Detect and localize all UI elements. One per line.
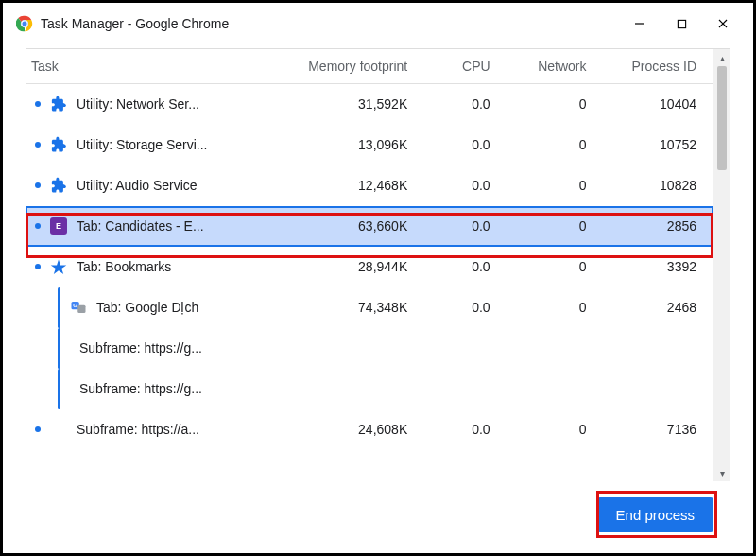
- task-cell: GTab: Google Dịch: [26, 287, 287, 328]
- star-icon: [50, 258, 67, 275]
- puzzle-icon: [50, 177, 67, 194]
- scrollbar-track[interactable]: [713, 66, 730, 464]
- task-label: Tab: Candidates - E...: [77, 218, 204, 234]
- svg-rect-5: [678, 20, 685, 27]
- col-header-memory[interactable]: Memory footprint: [287, 49, 425, 84]
- cell-memory: 24,608K: [287, 409, 425, 450]
- cell-network: 0: [507, 409, 604, 450]
- task-label: Subframe: https://g...: [79, 340, 202, 356]
- task-cell: Utility: Storage Servi...: [26, 125, 287, 165]
- row-bullet-icon: [35, 101, 41, 107]
- cell-memory: 74,348K: [287, 287, 425, 328]
- table-row[interactable]: Utility: Storage Servi...13,096K0.001075…: [26, 125, 713, 165]
- task-cell: ETab: Candidates - E...: [26, 206, 287, 247]
- task-cell: Utility: Network Ser...: [26, 84, 287, 125]
- cell-memory: 28,944K: [287, 247, 425, 287]
- scroll-up-arrow-icon[interactable]: ▴: [713, 49, 730, 66]
- task-label: Utility: Storage Servi...: [77, 137, 208, 152]
- vertical-scrollbar[interactable]: ▴ ▾: [713, 49, 730, 481]
- maximize-button[interactable]: [661, 10, 702, 37]
- row-bullet-icon: [35, 223, 41, 229]
- task-label: Subframe: https://a...: [77, 422, 199, 437]
- scroll-down-arrow-icon[interactable]: ▾: [713, 464, 730, 481]
- chrome-icon: [16, 15, 33, 32]
- cell-memory: 12,468K: [287, 165, 425, 206]
- cell-network: [507, 328, 604, 369]
- task-cell: Subframe: https://g...: [26, 369, 287, 409]
- table-row[interactable]: ETab: Candidates - E...63,660K0.002856: [26, 206, 713, 247]
- cell-cpu: [424, 328, 507, 369]
- svg-text:G: G: [73, 303, 77, 308]
- cell-network: 0: [507, 165, 604, 206]
- cell-cpu: 0.0: [424, 84, 507, 125]
- table-row[interactable]: Subframe: https://g...: [26, 369, 713, 409]
- cell-pid: [604, 328, 714, 369]
- window-title: Task Manager - Google Chrome: [41, 16, 229, 31]
- cell-memory: 63,660K: [287, 206, 425, 247]
- cell-pid: 2468: [604, 287, 714, 328]
- tree-connector-icon: [58, 328, 60, 369]
- task-label: Subframe: https://g...: [79, 381, 202, 396]
- cell-cpu: 0.0: [424, 206, 507, 247]
- tab-e-icon: E: [50, 217, 67, 235]
- table-scroll: Task Memory footprint CPU Network Proces…: [26, 49, 713, 481]
- table-row[interactable]: Utility: Network Ser...31,592K0.0010404: [26, 84, 713, 125]
- row-bullet-icon: [35, 142, 41, 148]
- cell-network: 0: [507, 206, 604, 247]
- task-manager-window: Task Manager - Google Chrome Task Memory…: [9, 9, 747, 547]
- cell-memory: 31,592K: [287, 84, 425, 125]
- cell-memory: [287, 328, 425, 369]
- tree-connector-icon: [58, 369, 60, 409]
- content-area: Task Memory footprint CPU Network Proces…: [9, 39, 747, 547]
- cell-pid: 3392: [604, 247, 714, 287]
- col-header-task[interactable]: Task: [26, 49, 287, 84]
- cell-cpu: 0.0: [424, 409, 507, 450]
- cell-pid: 7136: [604, 409, 714, 450]
- table-row[interactable]: Subframe: https://g...: [26, 328, 713, 369]
- task-label: Utility: Network Ser...: [77, 96, 199, 112]
- task-label: Tab: Google Dịch: [96, 300, 198, 315]
- end-process-button[interactable]: End process: [597, 497, 713, 532]
- svg-rect-9: [77, 305, 85, 313]
- col-header-network[interactable]: Network: [507, 49, 604, 84]
- puzzle-icon: [50, 136, 67, 153]
- cell-network: 0: [507, 125, 604, 165]
- scrollbar-thumb[interactable]: [717, 66, 727, 170]
- col-header-pid[interactable]: Process ID: [604, 49, 714, 84]
- table-row[interactable]: Tab: Bookmarks28,944K0.003392: [26, 247, 713, 287]
- cell-pid: 2856: [604, 206, 714, 247]
- row-bullet-icon: [35, 426, 41, 432]
- table-wrap: Task Memory footprint CPU Network Proces…: [26, 48, 730, 481]
- cell-network: [507, 369, 604, 409]
- cell-pid: 10404: [604, 84, 714, 125]
- cell-network: 0: [507, 84, 604, 125]
- task-cell: Subframe: https://a...: [26, 409, 287, 450]
- cell-cpu: 0.0: [424, 287, 507, 328]
- cell-pid: 10752: [604, 125, 714, 165]
- cell-memory: 13,096K: [287, 125, 425, 165]
- task-cell: Tab: Bookmarks: [26, 247, 287, 287]
- table-row[interactable]: Subframe: https://a...24,608K0.007136: [26, 409, 713, 450]
- table-row[interactable]: Utility: Audio Service12,468K0.0010828: [26, 165, 713, 206]
- tree-connector-icon: [58, 287, 60, 328]
- task-label: Tab: Bookmarks: [77, 259, 171, 274]
- gdich-icon: G: [70, 299, 87, 316]
- cell-cpu: [424, 369, 507, 409]
- cell-cpu: 0.0: [424, 247, 507, 287]
- process-table: Task Memory footprint CPU Network Proces…: [26, 49, 713, 450]
- cell-network: 0: [507, 247, 604, 287]
- cell-cpu: 0.0: [424, 125, 507, 165]
- cell-pid: [604, 369, 714, 409]
- footer: End process: [26, 481, 730, 547]
- cell-network: 0: [507, 287, 604, 328]
- row-bullet-icon: [35, 182, 41, 188]
- row-bullet-icon: [35, 264, 41, 269]
- minimize-button[interactable]: [619, 10, 661, 37]
- col-header-cpu[interactable]: CPU: [424, 49, 507, 84]
- cell-cpu: 0.0: [424, 165, 507, 206]
- task-cell: Utility: Audio Service: [26, 165, 287, 206]
- close-button[interactable]: [702, 10, 744, 37]
- table-row[interactable]: GTab: Google Dịch74,348K0.002468: [26, 287, 713, 328]
- task-cell: Subframe: https://g...: [26, 328, 287, 369]
- puzzle-icon: [50, 96, 67, 113]
